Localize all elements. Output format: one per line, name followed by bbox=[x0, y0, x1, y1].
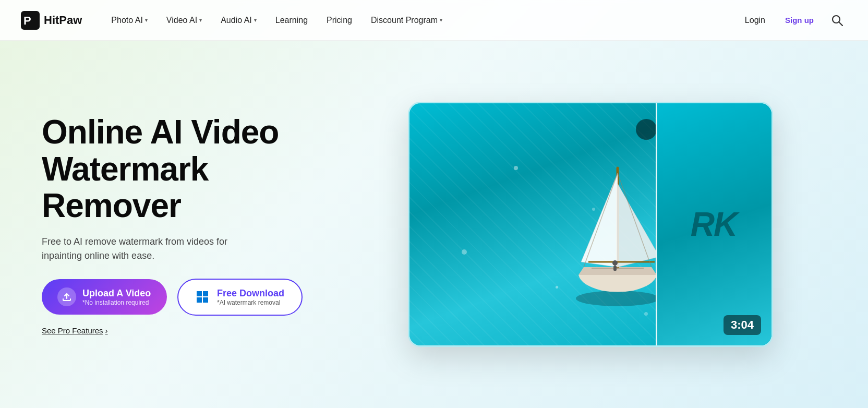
upload-video-button[interactable]: Upload A Video *No installation required bbox=[42, 279, 167, 315]
watermark-overlay: RK bbox=[691, 205, 737, 244]
hero-title: Online AI Video Watermark Remover bbox=[42, 114, 323, 224]
windows-icon bbox=[194, 289, 211, 305]
login-button[interactable]: Login bbox=[739, 11, 771, 29]
svg-line-3 bbox=[839, 22, 843, 26]
search-button[interactable] bbox=[827, 10, 847, 30]
upload-icon bbox=[57, 287, 76, 306]
download-button-sub: *AI watermark removal bbox=[217, 299, 280, 306]
upload-button-sub: *No installation required bbox=[82, 299, 149, 306]
svg-rect-5 bbox=[203, 291, 208, 296]
video-timestamp: 3:04 bbox=[724, 315, 761, 335]
svg-text:P: P bbox=[23, 14, 31, 27]
watermark-panel: RK bbox=[656, 103, 771, 345]
nav-item-photo-ai[interactable]: Photo AI ▾ bbox=[103, 11, 156, 29]
upload-button-label: Upload A Video bbox=[82, 288, 151, 299]
sparkle bbox=[514, 166, 518, 170]
chevron-down-icon: ▾ bbox=[145, 17, 148, 23]
svg-point-8 bbox=[576, 291, 659, 306]
before-after-divider bbox=[656, 103, 657, 345]
scene: RK 3:04 bbox=[409, 103, 771, 345]
nav-item-video-ai[interactable]: Video AI ▾ bbox=[158, 11, 210, 29]
nav-right: Login Sign up bbox=[739, 10, 847, 30]
video-demo: RK 3:04 bbox=[408, 102, 773, 347]
hero-buttons: Upload A Video *No installation required… bbox=[42, 279, 323, 316]
svg-rect-15 bbox=[613, 266, 617, 271]
logo-icon: P bbox=[21, 11, 40, 30]
svg-point-14 bbox=[612, 260, 618, 266]
hero-right: RK 3:04 bbox=[355, 41, 826, 408]
svg-rect-6 bbox=[197, 297, 202, 303]
svg-rect-7 bbox=[203, 297, 208, 303]
hero-left: Online AI Video Watermark Remover Free t… bbox=[42, 114, 323, 334]
brand-name: HitPaw bbox=[44, 14, 82, 27]
chevron-down-icon: ▾ bbox=[440, 17, 442, 23]
free-download-button[interactable]: Free Download *AI watermark removal bbox=[177, 279, 303, 316]
download-button-label: Free Download bbox=[217, 288, 284, 299]
arrow-right-icon: › bbox=[105, 326, 108, 335]
navbar: P HitPaw Photo AI ▾ Video AI ▾ Audio AI … bbox=[0, 0, 868, 41]
nav-item-discount[interactable]: Discount Program ▾ bbox=[363, 11, 451, 29]
signup-button[interactable]: Sign up bbox=[778, 11, 821, 29]
nav-item-audio-ai[interactable]: Audio AI ▾ bbox=[212, 11, 265, 29]
nav-item-learning[interactable]: Learning bbox=[267, 11, 316, 29]
see-pro-features-button[interactable]: See Pro Features › bbox=[42, 326, 323, 335]
nav-items: Photo AI ▾ Video AI ▾ Audio AI ▾ Learnin… bbox=[103, 11, 738, 29]
chevron-down-icon: ▾ bbox=[254, 17, 257, 23]
nav-item-pricing[interactable]: Pricing bbox=[318, 11, 360, 29]
hero-section: Online AI Video Watermark Remover Free t… bbox=[0, 41, 868, 408]
chevron-down-icon: ▾ bbox=[199, 17, 202, 23]
hero-subtitle: Free to AI remove watermark from videos … bbox=[42, 235, 261, 263]
svg-rect-4 bbox=[197, 291, 202, 296]
search-icon bbox=[831, 15, 843, 26]
logo[interactable]: P HitPaw bbox=[21, 11, 82, 30]
sparkle bbox=[462, 249, 467, 255]
